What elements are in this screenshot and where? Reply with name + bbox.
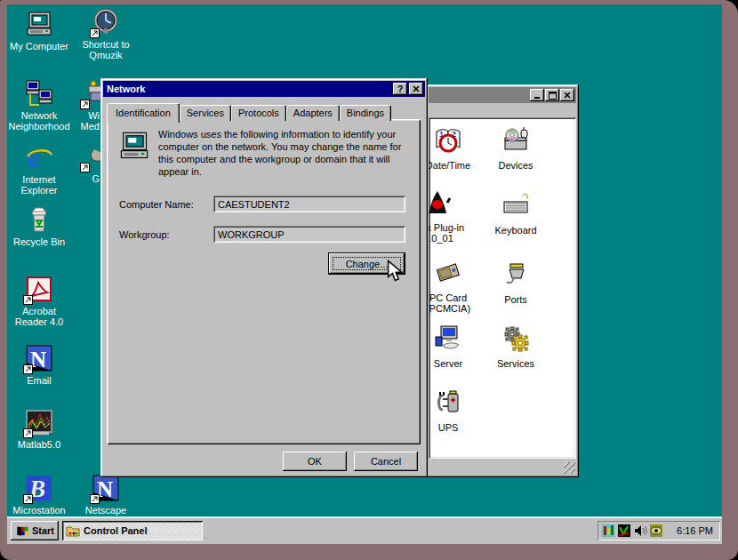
desktop-icon-label: InternetExplorer — [21, 174, 58, 196]
services-icon — [501, 324, 530, 356]
tray-display-icon[interactable] — [649, 524, 663, 538]
desktop-icon-label: Shortcut toQmuzik — [82, 39, 129, 60]
java-icon — [429, 188, 452, 220]
tab-strip: IdentificationServicesProtocolsAdaptersB… — [107, 101, 391, 121]
netscape-icon: N — [92, 474, 120, 502]
taskbar: Start Control Panel 6:16 PM — [7, 516, 722, 544]
tab-protocols[interactable]: Protocols — [231, 105, 286, 121]
desktop-icon-matlab[interactable]: Matlab5.0 — [7, 408, 75, 450]
cp-icon-java-plugin[interactable]: ava Plug-in1.3.0_01 — [429, 188, 482, 244]
control-panel-titlebar — [429, 87, 576, 103]
desktop-icon-recycle-bin[interactable]: Recycle Bin — [7, 205, 75, 247]
tray-pc-card-status-icon[interactable] — [601, 524, 615, 538]
network-dialog-titlebar[interactable]: Network ? — [103, 81, 425, 97]
desktop-icon-shortcut-qmuzik[interactable]: Shortcut toQmuzik — [70, 8, 141, 60]
cp-icon-label: ava Plug-in1.3.0_01 — [429, 222, 464, 244]
desktop-icon-label: Netscape — [85, 505, 126, 516]
tab-bindings[interactable]: Bindings — [340, 105, 391, 121]
control-panel-statusbar — [429, 459, 576, 475]
tray-icon-group — [601, 524, 663, 538]
computer-name-field[interactable]: CAESTUDENT2 — [213, 196, 405, 212]
system-tray: 6:16 PM — [598, 521, 720, 540]
label-line: Shortcut to — [82, 39, 129, 50]
windows-flag-icon — [15, 524, 29, 538]
matlab-icon — [25, 408, 53, 436]
ie-icon: e — [25, 143, 53, 172]
resize-grip[interactable] — [564, 462, 575, 474]
keyboard-icon — [501, 191, 530, 223]
tray-virus-shield-icon[interactable] — [617, 524, 631, 538]
label-line: 1.3.0_01 — [429, 233, 464, 244]
tray-volume-icon[interactable] — [633, 524, 647, 538]
minimize-icon[interactable] — [530, 89, 544, 101]
desktop-icon-netscape[interactable]: NNetscape — [70, 474, 141, 516]
label-line: Matlab5.0 — [18, 439, 60, 450]
ports-icon — [501, 260, 530, 292]
cancel-button-label: Cancel — [371, 456, 401, 467]
label-line: Email — [27, 375, 52, 386]
cp-icon-ups[interactable]: UPS — [429, 388, 482, 433]
tab-label: Protocols — [238, 108, 279, 118]
tab-label: Adapters — [293, 108, 333, 118]
help-icon[interactable]: ? — [393, 83, 407, 95]
tab-adapters[interactable]: Adapters — [286, 105, 340, 121]
task-button-label: Control Panel — [84, 525, 148, 536]
maximize-icon[interactable] — [545, 89, 559, 101]
mouse-cursor — [387, 260, 404, 287]
desktop-icon-email[interactable]: NEmail — [7, 344, 75, 386]
pccard-icon — [434, 259, 462, 291]
label-line: UPS — [438, 422, 459, 433]
label-line: My Computer — [10, 41, 68, 52]
computer-icon — [118, 130, 150, 165]
cp-icon-ports[interactable]: Ports — [482, 260, 549, 305]
taskbar-task-control-panel[interactable]: Control Panel — [62, 521, 203, 540]
tab-label: Identification — [116, 108, 171, 118]
cp-icon-label: UPS — [438, 422, 459, 433]
server-icon — [434, 324, 462, 356]
qmuzik-icon — [92, 8, 120, 36]
network-dialog: Network ? IdentificationServicesProtocol… — [100, 78, 428, 477]
cp-icon-date-time[interactable]: 12Date/Time — [429, 126, 482, 171]
svg-text:e: e — [28, 143, 39, 172]
close-icon[interactable] — [409, 83, 423, 95]
desktop-icon-label: AcrobatReader 4.0 — [15, 306, 63, 327]
label-line: Recycle Bin — [13, 236, 65, 247]
clock: 6:16 PM — [665, 525, 720, 536]
control-panel-menubar — [429, 104, 576, 116]
cp-icon-services[interactable]: Services — [482, 324, 549, 369]
control-panel-window: 12Date/TimeDevicesava Plug-in1.3.0_01Key… — [426, 84, 579, 477]
ok-button[interactable]: OK — [283, 452, 347, 471]
tab-services[interactable]: Services — [180, 105, 231, 121]
cancel-button[interactable]: Cancel — [354, 452, 418, 471]
desktop-icon-label: My Computer — [10, 41, 68, 52]
label-line: Wi — [29, 110, 100, 121]
desktop-icon-acrobat-reader[interactable]: AcrobatReader 4.0 — [7, 275, 75, 327]
label-line: Internet — [21, 174, 58, 185]
tab-label: Bindings — [347, 108, 384, 118]
cp-icon-label: Date/Time — [429, 160, 470, 171]
cp-icon-server[interactable]: Server — [429, 324, 482, 369]
control-panel-client-area: 12Date/TimeDevicesava Plug-in1.3.0_01Key… — [429, 117, 576, 459]
desktop: My ComputerShortcut toQmuzikNetworkNeigh… — [7, 4, 722, 544]
ok-button-label: OK — [308, 456, 322, 467]
folder-icon — [66, 524, 80, 537]
dialog-title: Network — [107, 84, 393, 94]
cp-icon-keyboard[interactable]: Keyboard — [482, 191, 549, 236]
tab-identification[interactable]: Identification — [107, 103, 180, 123]
desktop-icon-my-computer[interactable]: My Computer — [7, 10, 75, 52]
close-icon[interactable] — [560, 89, 574, 101]
label-line: Microstation — [12, 505, 65, 516]
workgroup-label: Workgroup: — [119, 229, 170, 240]
cp-icon-devices[interactable]: Devices — [482, 126, 549, 171]
workgroup-field[interactable]: WORKGROUP — [213, 226, 405, 243]
datetime-icon: 12 — [434, 126, 462, 158]
desktop-icon-label: Recycle Bin — [13, 236, 65, 247]
monitor-bezel: My ComputerShortcut toQmuzikNetworkNeigh… — [0, 0, 738, 560]
label-line: Reader 4.0 — [15, 316, 63, 327]
label-line: Netscape — [85, 505, 126, 516]
desktop-icon-microstation[interactable]: BMicrostation — [7, 474, 75, 516]
desktop-icon-partial-media[interactable]: WiMed — [29, 79, 100, 132]
desktop-icon-internet-explorer[interactable]: eInternetExplorer — [7, 143, 75, 196]
start-button[interactable]: Start — [11, 521, 59, 540]
cp-icon-pc-card[interactable]: PC Card(PCMCIA) — [429, 259, 482, 314]
